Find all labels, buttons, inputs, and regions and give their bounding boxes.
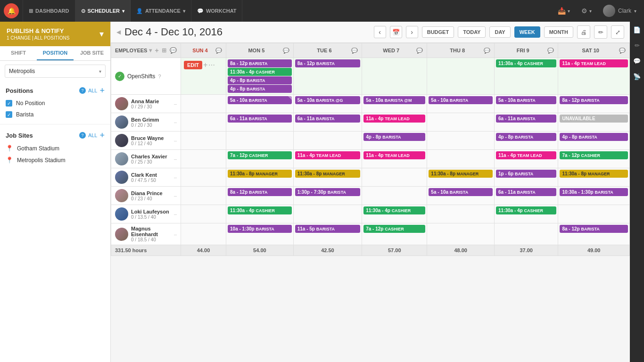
loki-sun4[interactable] xyxy=(181,205,226,223)
anna-edit[interactable]: – xyxy=(174,101,177,107)
edit-btn[interactable]: ✏ xyxy=(594,25,607,39)
bruce-sat10[interactable]: 4p - 8p BARISTA xyxy=(558,132,630,150)
right-panel-rss-icon[interactable]: 📡 xyxy=(633,73,641,80)
openshift-wed7[interactable] xyxy=(362,58,427,95)
bruce-mon5[interactable] xyxy=(226,132,294,150)
openshift-sun4-add[interactable]: + xyxy=(203,61,207,69)
openshift-sat10[interactable]: 11a - 4p TEAM LEAD xyxy=(558,58,630,95)
expand-btn[interactable]: ⤢ xyxy=(611,25,624,39)
openshift-mon5[interactable]: 8a - 12p BARISTA 11:30a - 4p CASHIER 4p … xyxy=(226,58,294,95)
ben-edit[interactable]: – xyxy=(174,119,177,125)
nav-item-workchat[interactable]: 💬 WORKCHAT xyxy=(191,0,243,22)
clark-wed7[interactable] xyxy=(362,168,427,187)
charles-sat10[interactable]: 7a - 12p CASHIER xyxy=(558,150,630,168)
bruce-thu8[interactable] xyxy=(427,132,495,150)
diana-sun4[interactable] xyxy=(181,187,226,205)
charles-tue6[interactable]: 11a - 4p TEAM LEAD xyxy=(293,150,362,168)
publish-bar[interactable]: PUBLISH & NOTIFY 1 CHANGE | ALL POSITION… xyxy=(0,22,110,46)
magnus-edit[interactable]: – xyxy=(174,231,177,237)
shift-chip-sat10-1[interactable]: 11a - 4p TEAM LEAD xyxy=(560,59,628,67)
charles-sun4[interactable] xyxy=(181,150,226,168)
charles-edit[interactable]: – xyxy=(174,156,177,162)
loki-thu8[interactable] xyxy=(427,205,495,223)
magnus-mon5[interactable]: 10a - 1:30p BARISTA xyxy=(226,223,294,245)
shift-chip-mon5-2[interactable]: 11:30a - 4p CASHIER xyxy=(228,68,292,76)
diana-sat10[interactable]: 10:30a - 1:30p BARISTA xyxy=(558,187,630,205)
barista-checkbox[interactable]: ✓ xyxy=(6,111,12,118)
tab-jobsite[interactable]: JOB SITE xyxy=(74,46,110,60)
shift-chip-mon5-3[interactable]: 4p - 8p BARISTA xyxy=(228,76,292,84)
charles-fri9[interactable]: 11a - 4p TEAM LEAD xyxy=(495,150,558,168)
jobsites-all-btn[interactable]: ALL xyxy=(88,132,98,138)
ben-sun4[interactable] xyxy=(181,113,226,132)
nav-item-attendance[interactable]: 👤 ATTENDANCE ▾ xyxy=(131,0,191,22)
openshift-thu8[interactable] xyxy=(427,58,495,95)
view-btn-today[interactable]: TODAY xyxy=(458,26,486,38)
diana-edit[interactable]: – xyxy=(174,193,177,198)
view-btn-week[interactable]: WEEK xyxy=(514,26,540,38)
clark-sat10[interactable]: 11:30a - 8p MANAGER xyxy=(558,168,630,187)
thu8-chat-icon[interactable]: 💬 xyxy=(484,48,490,54)
bruce-wed7[interactable]: 4p - 8p BARISTA xyxy=(362,132,427,150)
user-menu[interactable]: Clark ▾ xyxy=(599,5,640,17)
diana-fri9[interactable]: 6a - 11a BARISTA xyxy=(495,187,558,205)
view-btn-month[interactable]: MONTH xyxy=(544,26,573,38)
charles-wed7[interactable]: 11a - 4p TEAM LEAD xyxy=(362,150,427,168)
view-btn-budget[interactable]: BUDGET xyxy=(422,26,454,38)
magnus-tue6[interactable]: 11a - 5p BARISTA xyxy=(293,223,362,245)
anna-wed7[interactable]: 5a - 10a BARISTA @M xyxy=(362,95,427,113)
ben-fri9[interactable]: 6a - 11a BARISTA xyxy=(495,113,558,132)
anna-sat10[interactable]: 8a - 12p BARISTA xyxy=(558,95,630,113)
anna-fri9[interactable]: 5a - 10a BARISTA xyxy=(495,95,558,113)
loki-wed7[interactable]: 11:30a - 4p CASHIER xyxy=(362,205,427,223)
anna-sun4[interactable] xyxy=(181,95,226,113)
loki-edit[interactable]: – xyxy=(174,211,177,217)
settings-button[interactable]: ⚙ ▾ xyxy=(578,7,595,15)
magnus-fri9[interactable] xyxy=(495,223,558,245)
shift-chip-tue6-1[interactable]: 8a - 12p BARISTA xyxy=(295,59,360,67)
ben-tue6[interactable]: 6a - 11a BARISTA xyxy=(293,113,362,132)
right-panel-pencil-icon[interactable]: ✏ xyxy=(635,42,640,49)
cal-nav-prev[interactable]: ‹ xyxy=(374,26,386,38)
bruce-sun4[interactable] xyxy=(181,132,226,150)
position-item-noposition[interactable]: ✓ No Position xyxy=(0,98,110,109)
clark-sun4[interactable] xyxy=(181,168,226,187)
clark-edit[interactable]: – xyxy=(174,174,177,180)
employees-grid-icon[interactable]: ⊞ xyxy=(162,47,166,54)
cal-nav-calendar[interactable]: 📅 xyxy=(390,26,402,38)
ben-wed7[interactable]: 11a - 4p TEAM LEAD xyxy=(362,113,427,132)
employees-filter-icon[interactable]: ▾ xyxy=(149,47,152,54)
openshift-info-icon[interactable]: ? xyxy=(158,74,161,79)
diana-wed7[interactable] xyxy=(362,187,427,205)
bruce-edit[interactable]: – xyxy=(174,138,177,143)
mon5-chat-icon[interactable]: 💬 xyxy=(283,48,289,54)
employees-chat-icon[interactable]: 💬 xyxy=(170,47,177,54)
openshift-sun4-more[interactable]: ⋯ xyxy=(208,61,215,69)
diana-tue6[interactable]: 1:30p - 7:30p BARISTA xyxy=(293,187,362,205)
print-btn[interactable]: 🖨 xyxy=(577,25,590,39)
collapse-icon[interactable]: ◀ xyxy=(116,29,121,35)
clark-fri9[interactable]: 1p - 6p BARISTA xyxy=(495,168,558,187)
fri9-chat-icon[interactable]: 💬 xyxy=(547,48,554,54)
jobsite-item-gotham[interactable]: 📍 Gotham Stadium xyxy=(0,142,110,154)
shift-chip-mon5-1[interactable]: 8a - 12p BARISTA xyxy=(228,59,292,67)
positions-all-btn[interactable]: ALL xyxy=(88,88,98,93)
magnus-sun4[interactable] xyxy=(181,223,226,245)
tue6-chat-icon[interactable]: 💬 xyxy=(351,48,358,54)
magnus-sat10[interactable]: 8a - 12p BARISTA xyxy=(558,223,630,245)
ben-mon5[interactable]: 6a - 11a BARISTA xyxy=(226,113,294,132)
right-panel-edit-icon[interactable]: 📄 xyxy=(633,26,641,33)
anna-tue6[interactable]: 5a - 10a BARISTA @G xyxy=(293,95,362,113)
wed7-chat-icon[interactable]: 💬 xyxy=(416,48,423,54)
sat10-chat-icon[interactable]: 💬 xyxy=(619,48,626,54)
clark-thu8[interactable]: 11:30a - 8p MANAGER xyxy=(427,168,495,187)
loki-mon5[interactable]: 11:30a - 4p CASHIER xyxy=(226,205,294,223)
bruce-fri9[interactable]: 4p - 8p BARISTA xyxy=(495,132,558,150)
employees-add-icon[interactable]: + xyxy=(155,47,158,54)
anna-thu8[interactable]: 5a - 10a BARISTA xyxy=(427,95,495,113)
location-select[interactable]: Metropolis ▾ xyxy=(5,65,106,78)
loki-sat10[interactable] xyxy=(558,205,630,223)
nav-item-scheduler[interactable]: ⊙ SCHEDULER ▾ xyxy=(75,0,131,22)
openshift-sun4[interactable]: EDIT + ⋯ xyxy=(181,58,226,95)
charles-thu8[interactable] xyxy=(427,150,495,168)
